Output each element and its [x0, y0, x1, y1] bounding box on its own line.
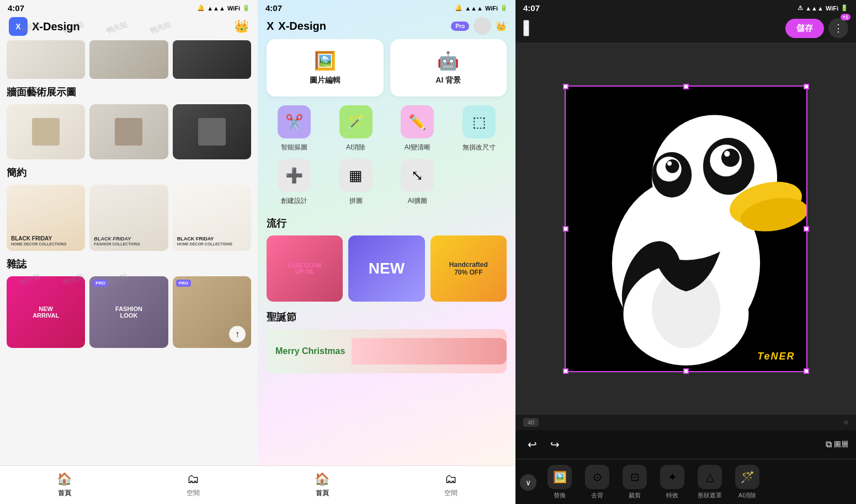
- simple-card-label-2: Black Friday Fashion Collections: [94, 236, 163, 246]
- tener-watermark-area: TeNER: [752, 347, 800, 366]
- toolbar-item-ai-erase[interactable]: 🪄 AI消除: [729, 465, 766, 500]
- tool-ai-expand[interactable]: ⤡ AI擴圖: [390, 159, 445, 206]
- effects-label: 特效: [666, 491, 678, 500]
- art-card-3[interactable]: [173, 104, 251, 159]
- quick-tool-image-edit[interactable]: 🖼️ 圖片編輯: [267, 39, 384, 96]
- bottom-nav-1: 🏠 首頁 🗂 空間: [0, 465, 258, 504]
- ai-erase-label: AI消除: [346, 143, 365, 152]
- xmas-card[interactable]: Merry Christmas: [267, 329, 507, 373]
- home-icon-2: 🏠: [315, 472, 329, 486]
- toolbar-item-replace[interactable]: 🖼️ 替換: [541, 465, 578, 500]
- canvas-frame[interactable]: TeNER: [565, 85, 807, 372]
- wifi-icon-2: WiFi: [485, 5, 498, 12]
- ai-bg-label: AI 背景: [435, 76, 461, 85]
- redo-button[interactable]: ↪: [546, 436, 564, 453]
- status-bar-1: 4:07 🔔 ▲▲▲ WiFi 🔋: [0, 0, 258, 15]
- crop-label: 裁剪: [629, 491, 641, 500]
- tool-lossless-resize[interactable]: ⬚ 無損改尺寸: [451, 105, 507, 152]
- status-icons-2: 🔔 ▲▲▲ WiFi 🔋: [455, 4, 508, 12]
- simple-card-1[interactable]: BLACK FRIDAY HOME DECOR COLLECTIONS: [7, 185, 85, 251]
- user-avatar-2[interactable]: [474, 17, 491, 35]
- save-button[interactable]: 儲存: [785, 19, 824, 38]
- toolbar-item-effects[interactable]: ✦ 特效: [653, 465, 691, 500]
- mag-card-3[interactable]: PRO ↑: [173, 276, 251, 348]
- handle-mid-left[interactable]: [563, 226, 568, 232]
- trend-card-1[interactable]: LUXE GLOW LIP OIL: [267, 235, 343, 302]
- app-header-2: X X-Design Pro 👑: [258, 15, 515, 39]
- nav-home-2[interactable]: 🏠 首頁: [258, 466, 387, 504]
- collapse-button[interactable]: ∨: [520, 474, 536, 491]
- logo-icon-1: X: [9, 17, 28, 36]
- simple-card-2[interactable]: Black Friday Fashion Collections: [89, 185, 168, 251]
- back-button[interactable]: ‹: [523, 20, 529, 36]
- status-icons-3: ⚠ ▲▲▲ WiFi 🔋: [797, 4, 848, 12]
- status-icons-1: 🔔 ▲▲▲ WiFi 🔋: [197, 4, 250, 12]
- ai-bg-icon: 🤖: [437, 50, 459, 71]
- svg-point-4: [721, 148, 739, 167]
- banner-thumb-2[interactable]: [89, 40, 168, 79]
- canvas-area[interactable]: TeNER: [515, 42, 856, 415]
- tool-create-design[interactable]: ➕ 創建設計: [267, 159, 322, 206]
- handle-top-left[interactable]: [563, 84, 568, 89]
- more-options-button[interactable]: ⋮: [828, 18, 848, 38]
- replace-label: 替換: [554, 491, 566, 500]
- tool-collage[interactable]: ▦ 拼圖: [328, 159, 384, 206]
- lossless-resize-icon-bg: ⬚: [462, 105, 496, 138]
- effects-icon-bg: ✦: [660, 465, 684, 489]
- simple-card-3[interactable]: BLACK FRIDAY Home Decor COLLECTIONS: [173, 185, 251, 251]
- banner-thumb-1[interactable]: [7, 40, 85, 79]
- simple-card-label-3: BLACK FRIDAY Home Decor COLLECTIONS: [177, 236, 247, 246]
- quick-tool-ai-bg[interactable]: 🤖 AI 背景: [390, 39, 507, 96]
- quick-tools-row: 🖼️ 圖片編輯 🤖 AI 背景: [267, 39, 507, 96]
- handle-top-mid[interactable]: [683, 84, 689, 89]
- upload-badge[interactable]: ↑: [229, 326, 246, 342]
- handle-top-right[interactable]: [804, 84, 809, 89]
- pro-badge-2: PRO: [93, 280, 108, 287]
- banner-thumb-3[interactable]: [173, 40, 251, 79]
- art-card-1[interactable]: [7, 104, 85, 159]
- signal-icon: ▲▲▲: [207, 5, 225, 12]
- art-card-2[interactable]: [89, 104, 168, 159]
- toolbar-item-remove-bg[interactable]: ⊙ 去背: [578, 465, 616, 500]
- crown-icon-1[interactable]: 👑: [234, 19, 249, 34]
- nav-space-1[interactable]: 🗂 空間: [129, 466, 258, 504]
- tool-ai-erase[interactable]: 🪄 AI消除: [328, 105, 384, 152]
- handle-bottom-right[interactable]: [804, 368, 809, 374]
- tool-bottom-bar: ∨ 🖼️ 替換 ⊙ 去背 ⊡ 裁剪 ✦ 特效 △ 形狀遮罩 🪄: [515, 459, 856, 504]
- undo-button[interactable]: ↩: [523, 436, 541, 453]
- trend-card-3[interactable]: Handcrafted 70% OFF: [430, 235, 507, 302]
- handle-bottom-mid[interactable]: [683, 368, 689, 374]
- toolbar-item-crop[interactable]: ⊡ 裁剪: [616, 465, 653, 500]
- panel-1-home: 鸭先知 鸭先知 鸭先知 鸭先知 鸭先知 鸭先知 鸭先知 鸭先知 鸭先知 4:07…: [0, 0, 258, 504]
- tool-ai-sharpen[interactable]: ✏️ AI變清晰: [390, 105, 445, 152]
- save-label: 儲存: [796, 23, 813, 34]
- crown-icon-2[interactable]: 👑: [496, 21, 507, 31]
- home-icon-1: 🏠: [57, 472, 72, 486]
- time-display-2: 4:07: [265, 3, 282, 13]
- editor-toolbar: ↩ ↪ ⧉ 圖層 ∨ 🖼️ 替換 ⊙ 去背 ⊡ 裁剪 ✦: [515, 430, 856, 504]
- mag-card-1[interactable]: NEWARRIVAL: [7, 276, 85, 348]
- create-design-icon-bg: ➕: [278, 159, 311, 192]
- canvas-dot-indicator: [844, 420, 848, 425]
- remove-bg-icon-bg: ⊙: [585, 465, 609, 489]
- nav-home-1[interactable]: 🏠 首頁: [0, 466, 129, 504]
- shape-mask-label: 形狀遮罩: [698, 491, 722, 500]
- pro-badge-header[interactable]: Pro: [451, 22, 469, 31]
- panel-2-tools: 4:07 🔔 ▲▲▲ WiFi 🔋 X X-Design Pro 👑 🖼️ 圖片…: [258, 0, 515, 504]
- tool-smart-cutout[interactable]: ✂️ 智能摳圖: [267, 105, 322, 152]
- handle-bottom-left[interactable]: [563, 368, 568, 374]
- simple-card-label-1: BLACK FRIDAY HOME DECOR COLLECTIONS: [11, 235, 81, 246]
- xmas-label: Merry Christmas: [275, 346, 345, 356]
- mag-card-row: NEWARRIVAL PRO FASHIONLOOK PRO ↑: [7, 276, 251, 348]
- space-icon-1: 🗂: [187, 472, 199, 486]
- collage-label: 拼圖: [349, 196, 363, 206]
- layers-button[interactable]: ⧉ 圖層: [826, 439, 848, 449]
- app-name-1: X-Design: [32, 20, 80, 33]
- toolbar-item-shape-mask[interactable]: △ 形狀遮罩: [691, 465, 729, 500]
- trend-card-2[interactable]: NEW: [348, 235, 424, 302]
- nav-space-2[interactable]: 🗂 空間: [387, 466, 516, 504]
- more-btn-container: ⋮ +1: [828, 18, 848, 38]
- handle-mid-right[interactable]: [804, 226, 809, 232]
- mag-card-2[interactable]: PRO FASHIONLOOK: [89, 276, 168, 348]
- alert-icon-3: ⚠: [797, 4, 803, 12]
